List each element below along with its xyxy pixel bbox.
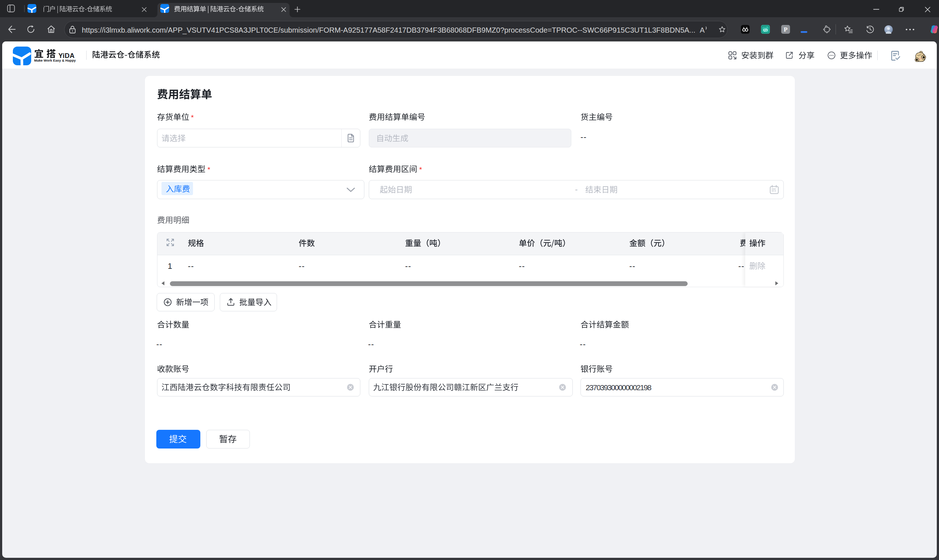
svg-text:P: P: [784, 26, 788, 33]
